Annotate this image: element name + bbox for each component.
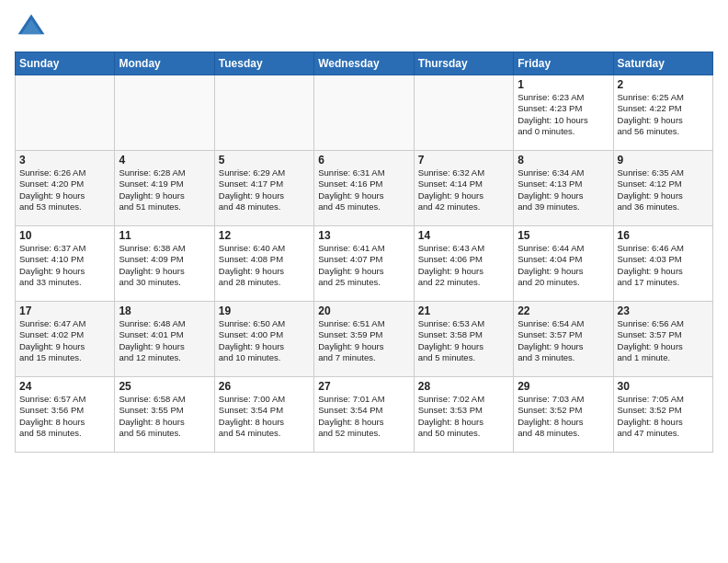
col-header-sunday: Sunday	[16, 52, 115, 75]
calendar-header-row: SundayMondayTuesdayWednesdayThursdayFrid…	[16, 52, 713, 75]
day-number: 12	[219, 229, 310, 242]
day-info: and 42 minutes.	[418, 201, 509, 213]
day-info: Daylight: 9 hours	[119, 266, 210, 277]
day-info: and 58 minutes.	[19, 428, 110, 439]
day-info: Sunrise: 6:46 AM	[618, 243, 709, 254]
logo-icon	[15, 11, 48, 44]
day-info: Sunset: 4:06 PM	[418, 254, 509, 265]
day-number: 29	[518, 380, 609, 393]
calendar-cell: 20Sunrise: 6:51 AMSunset: 3:59 PMDayligh…	[314, 302, 414, 377]
day-info: Sunrise: 6:58 AM	[119, 394, 210, 405]
day-info: Sunset: 3:59 PM	[318, 329, 409, 340]
day-info: Daylight: 8 hours	[418, 417, 509, 428]
calendar-cell: 13Sunrise: 6:41 AMSunset: 4:07 PMDayligh…	[314, 226, 414, 302]
calendar-cell: 25Sunrise: 6:58 AMSunset: 3:55 PMDayligh…	[115, 377, 214, 453]
day-info: Sunset: 4:20 PM	[19, 178, 110, 190]
day-info: and 56 minutes.	[618, 126, 709, 137]
calendar-cell: 9Sunrise: 6:35 AMSunset: 4:12 PMDaylight…	[613, 151, 712, 226]
day-info: and 28 minutes.	[219, 277, 310, 288]
day-info: Sunrise: 6:40 AM	[219, 243, 310, 254]
day-info: Daylight: 9 hours	[418, 190, 509, 201]
day-info: Sunset: 4:04 PM	[518, 254, 609, 265]
day-info: and 3 minutes.	[518, 352, 609, 363]
day-info: and 52 minutes.	[318, 428, 409, 439]
day-info: Sunrise: 6:57 AM	[19, 394, 110, 405]
day-info: and 5 minutes.	[418, 352, 509, 363]
day-info: Daylight: 9 hours	[19, 341, 110, 352]
day-info: Sunset: 4:01 PM	[119, 329, 210, 340]
day-info: Sunset: 4:03 PM	[618, 254, 709, 265]
day-number: 21	[418, 304, 509, 317]
day-number: 27	[318, 380, 409, 393]
day-info: Daylight: 9 hours	[518, 266, 609, 277]
calendar-cell: 19Sunrise: 6:50 AMSunset: 4:00 PMDayligh…	[214, 302, 313, 377]
calendar-cell	[414, 75, 513, 151]
day-info: Sunset: 4:12 PM	[618, 178, 709, 190]
day-info: Sunset: 4:09 PM	[119, 254, 210, 265]
day-info: Daylight: 9 hours	[318, 341, 409, 352]
day-info: Daylight: 9 hours	[219, 341, 310, 352]
col-header-monday: Monday	[115, 52, 214, 75]
col-header-saturday: Saturday	[613, 52, 712, 75]
day-info: Sunrise: 7:01 AM	[318, 394, 409, 405]
day-info: and 30 minutes.	[119, 277, 210, 288]
day-info: and 56 minutes.	[119, 428, 210, 439]
day-info: and 7 minutes.	[318, 352, 409, 363]
day-info: Daylight: 8 hours	[219, 417, 310, 428]
day-info: Sunset: 4:07 PM	[318, 254, 409, 265]
page-container: SundayMondayTuesdayWednesdayThursdayFrid…	[0, 0, 728, 460]
day-number: 7	[418, 154, 509, 167]
day-info: Daylight: 9 hours	[618, 341, 709, 352]
calendar-cell: 22Sunrise: 6:54 AMSunset: 3:57 PMDayligh…	[514, 302, 613, 377]
calendar-cell: 27Sunrise: 7:01 AMSunset: 3:54 PMDayligh…	[314, 377, 414, 453]
calendar-cell: 18Sunrise: 6:48 AMSunset: 4:01 PMDayligh…	[115, 302, 214, 377]
calendar-cell: 17Sunrise: 6:47 AMSunset: 4:02 PMDayligh…	[16, 302, 115, 377]
day-info: Daylight: 8 hours	[318, 417, 409, 428]
day-info: and 33 minutes.	[19, 277, 110, 288]
calendar-cell: 21Sunrise: 6:53 AMSunset: 3:58 PMDayligh…	[414, 302, 513, 377]
day-info: Daylight: 8 hours	[618, 417, 709, 428]
calendar-week-4: 24Sunrise: 6:57 AMSunset: 3:56 PMDayligh…	[16, 377, 713, 453]
day-info: Daylight: 8 hours	[518, 417, 609, 428]
day-number: 4	[119, 154, 210, 167]
day-info: Sunrise: 6:56 AM	[618, 318, 709, 329]
day-info: Sunrise: 6:23 AM	[518, 92, 609, 103]
day-info: and 47 minutes.	[618, 428, 709, 439]
calendar-table: SundayMondayTuesdayWednesdayThursdayFrid…	[15, 52, 713, 453]
day-info: and 48 minutes.	[518, 428, 609, 439]
calendar-cell: 15Sunrise: 6:44 AMSunset: 4:04 PMDayligh…	[514, 226, 613, 302]
day-info: Daylight: 9 hours	[119, 190, 210, 201]
day-info: and 12 minutes.	[119, 352, 210, 363]
day-number: 19	[219, 304, 310, 317]
day-info: and 22 minutes.	[418, 277, 509, 288]
day-info: Daylight: 9 hours	[618, 115, 709, 126]
calendar-cell: 10Sunrise: 6:37 AMSunset: 4:10 PMDayligh…	[16, 226, 115, 302]
calendar-cell	[16, 75, 115, 151]
day-info: Daylight: 10 hours	[518, 115, 609, 126]
day-info: Daylight: 9 hours	[418, 266, 509, 277]
day-info: Sunset: 4:02 PM	[19, 329, 110, 340]
calendar-cell: 29Sunrise: 7:03 AMSunset: 3:52 PMDayligh…	[514, 377, 613, 453]
day-info: Sunrise: 6:26 AM	[19, 167, 110, 178]
day-info: Daylight: 8 hours	[119, 417, 210, 428]
day-info: Sunrise: 6:43 AM	[418, 243, 509, 254]
day-number: 22	[518, 304, 609, 317]
calendar-cell	[314, 75, 414, 151]
day-info: and 50 minutes.	[418, 428, 509, 439]
day-number: 13	[318, 229, 409, 242]
day-info: Sunset: 4:22 PM	[618, 103, 709, 114]
calendar-cell: 14Sunrise: 6:43 AMSunset: 4:06 PMDayligh…	[414, 226, 513, 302]
day-info: Sunrise: 6:51 AM	[318, 318, 409, 329]
day-info: Sunrise: 7:00 AM	[219, 394, 310, 405]
day-info: and 20 minutes.	[518, 277, 609, 288]
day-info: and 1 minute.	[618, 352, 709, 363]
day-info: Sunset: 4:10 PM	[19, 254, 110, 265]
day-info: and 36 minutes.	[618, 201, 709, 213]
day-info: and 48 minutes.	[219, 201, 310, 213]
day-info: Sunset: 3:57 PM	[518, 329, 609, 340]
day-info: Daylight: 9 hours	[219, 266, 310, 277]
header	[15, 11, 713, 44]
day-info: Daylight: 8 hours	[19, 417, 110, 428]
day-info: Daylight: 9 hours	[618, 190, 709, 201]
day-info: Sunset: 4:17 PM	[219, 178, 310, 190]
